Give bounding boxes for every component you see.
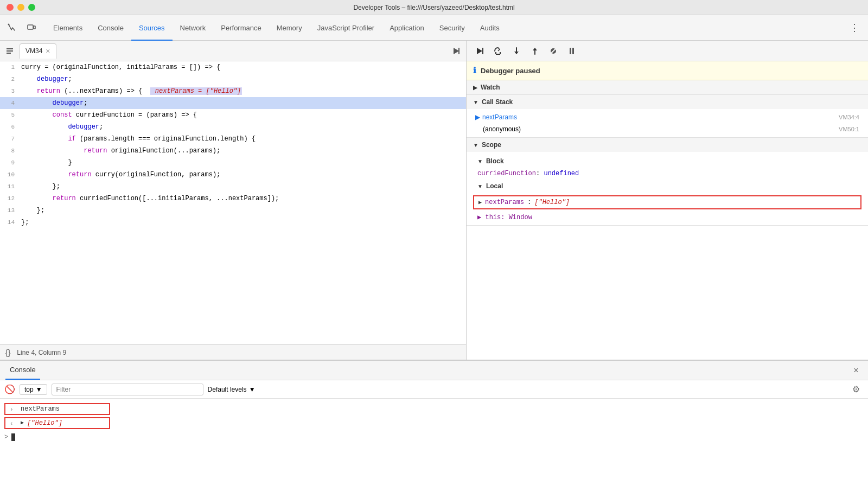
scope-this-item: ▶ this: Window	[467, 212, 868, 223]
log-levels-selector[interactable]: Default levels ▼	[208, 386, 256, 393]
callstack-item-0[interactable]: ▶ nextParams VM34:4	[467, 111, 868, 123]
console-cursor	[11, 433, 15, 441]
code-line: 11 };	[0, 181, 466, 193]
sources-panel: VM34 × 1 curry = (originalFunction, init…	[0, 41, 868, 360]
code-line: 8 return originalFunction(...params);	[0, 145, 466, 157]
minimize-button[interactable]	[17, 4, 24, 11]
watch-label: Watch	[481, 84, 500, 91]
maximize-button[interactable]	[28, 4, 35, 11]
run-snippet-button[interactable]	[449, 43, 464, 59]
callstack-section: ▼ Call Stack ▶ nextParams VM34:4 (anonym…	[467, 95, 868, 138]
console-toolbar: 🚫 top ▼ Default levels ▼ ⚙	[0, 380, 868, 399]
resume-button[interactable]	[472, 43, 487, 59]
block-arrow: ▼	[477, 158, 483, 164]
svg-rect-3	[7, 48, 13, 49]
file-navigator-toggle[interactable]	[2, 43, 17, 59]
svg-rect-4	[7, 50, 13, 52]
local-label: Local	[486, 182, 503, 190]
paused-banner: ℹ Debugger paused	[467, 61, 868, 80]
array-expand-arrow[interactable]: ▶	[21, 419, 24, 426]
devtools-main: VM34 × 1 curry = (originalFunction, init…	[0, 41, 868, 479]
step-out-button[interactable]	[527, 43, 542, 59]
context-selector[interactable]: top ▼	[20, 384, 47, 395]
file-tab-name: VM34	[25, 47, 42, 55]
watch-section: ▶ Watch	[467, 80, 868, 95]
status-bar: {} Line 4, Column 9	[0, 344, 466, 360]
scope-body: ▼ Block curriedFunction: undefined ▼ Loc…	[467, 152, 868, 225]
code-line: 13 };	[0, 205, 466, 216]
file-tabs-bar: VM34 ×	[0, 41, 466, 61]
console-output-array: ‹ ▶ ["Hello"]	[4, 417, 110, 429]
watch-arrow: ▶	[473, 85, 477, 91]
context-dropdown-arrow: ▼	[36, 386, 42, 393]
next-params-scope-item[interactable]: ▶ nextParams: ["Hello"]	[473, 195, 861, 209]
svg-rect-1	[28, 25, 33, 29]
console-body: › nextParams ‹ ▶ ["Hello"] >	[0, 399, 868, 479]
step-over-button[interactable]	[490, 43, 506, 59]
debugger-toolbar	[467, 41, 868, 61]
paused-message: Debugger paused	[481, 67, 540, 75]
tab-application[interactable]: Application	[382, 16, 432, 41]
position-indicator: Line 4, Column 9	[17, 349, 66, 356]
scope-section: ▼ Scope ▼ Block curriedFunction: undefin…	[467, 138, 868, 226]
callstack-item-1[interactable]: (anonymous) VM50:1	[467, 123, 868, 135]
top-nav: Elements Console Sources Network Perform…	[0, 15, 868, 41]
tab-audits[interactable]: Audits	[473, 16, 507, 41]
context-value: top	[24, 386, 34, 393]
tab-memory[interactable]: Memory	[269, 16, 310, 41]
file-tab-close[interactable]: ×	[46, 47, 50, 55]
code-editor[interactable]: 1 curry = (originalFunction, initialPara…	[0, 61, 466, 344]
code-panel: VM34 × 1 curry = (originalFunction, init…	[0, 41, 467, 360]
code-line: 6 debugger;	[0, 121, 466, 133]
levels-label: Default levels	[208, 386, 247, 393]
svg-point-0	[8, 24, 10, 25]
return-arrow-icon: ‹	[10, 420, 17, 427]
svg-marker-6	[454, 48, 459, 54]
file-tab-vm34[interactable]: VM34 ×	[20, 43, 56, 59]
console-filter-input[interactable]	[52, 384, 203, 395]
svg-rect-18	[572, 48, 574, 54]
scope-header[interactable]: ▼ Scope	[467, 138, 868, 152]
tab-security[interactable]: Security	[432, 16, 473, 41]
code-line: 14 };	[0, 216, 466, 228]
window-controls[interactable]	[7, 4, 35, 11]
nextparams-label: nextParams	[21, 405, 60, 413]
watch-header[interactable]: ▶ Watch	[467, 80, 868, 94]
callstack-arrow: ▼	[473, 99, 478, 105]
deactivate-breakpoints-button[interactable]	[546, 43, 561, 59]
more-tabs-button[interactable]: ⋮	[845, 15, 864, 40]
frame-loc-1: VM50:1	[839, 126, 859, 132]
console-close-button[interactable]: ×	[850, 364, 863, 377]
console-settings-button[interactable]: ⚙	[848, 382, 864, 397]
svg-marker-8	[477, 48, 482, 54]
tab-sources[interactable]: Sources	[131, 16, 173, 41]
clear-console-button[interactable]: 🚫	[4, 384, 15, 394]
tab-console[interactable]: Console	[90, 16, 131, 41]
callstack-header[interactable]: ▼ Call Stack	[467, 95, 868, 109]
callstack-body: ▶ nextParams VM34:4 (anonymous) VM50:1	[467, 109, 868, 137]
active-frame-icon: ▶	[475, 113, 480, 121]
console-tab[interactable]: Console	[5, 361, 40, 380]
tab-elements[interactable]: Elements	[46, 16, 90, 41]
code-line: 1 curry = (originalFunction, initialPara…	[0, 61, 466, 73]
step-into-button[interactable]	[509, 43, 524, 59]
device-icon[interactable]	[24, 20, 39, 35]
svg-marker-14	[533, 48, 537, 50]
expand-arrow-icon[interactable]: ▶	[478, 199, 482, 206]
close-button[interactable]	[7, 4, 14, 11]
tab-network[interactable]: Network	[173, 16, 214, 41]
local-arrow: ▼	[477, 183, 483, 189]
callstack-label: Call Stack	[482, 98, 513, 106]
levels-arrow: ▼	[249, 386, 256, 393]
block-header[interactable]: ▼ Block	[467, 154, 868, 168]
code-line: 9 }	[0, 157, 466, 169]
pause-exceptions-button[interactable]	[564, 43, 579, 59]
local-header[interactable]: ▼ Local	[467, 179, 868, 193]
info-icon: ℹ	[473, 66, 476, 75]
title-bar: Developer Tools – file:///Users/yazeed/D…	[0, 0, 868, 15]
tab-js-profiler[interactable]: JavaScript Profiler	[310, 16, 382, 41]
block-item-curried: curriedFunction: undefined	[467, 168, 868, 179]
tab-performance[interactable]: Performance	[213, 16, 269, 41]
code-line: 12 return curriedFunction([...initialPar…	[0, 193, 466, 205]
inspect-icon[interactable]	[4, 20, 20, 35]
